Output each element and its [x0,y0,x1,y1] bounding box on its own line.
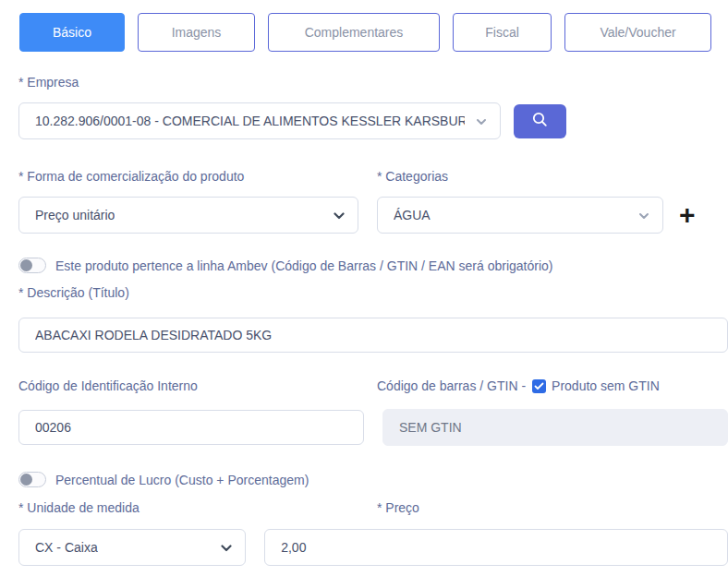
tab-basico[interactable]: Básico [19,13,125,52]
categorias-select[interactable]: ÁGUA [377,197,663,234]
checkmark-icon [534,378,544,394]
unidade-medida-select[interactable]: CX - Caixa [18,529,246,566]
ambev-toggle-row: Este produto pertence a linha Ambev (Cód… [18,258,728,273]
codigo-interno-input[interactable] [18,410,364,445]
form-tabs: Básico Imagens Complementares Fiscal Val… [19,0,728,52]
codigo-gtin-labels: Código de Identificação Interno Código d… [18,378,728,393]
forma-categorias-fields: Preço unitário ÁGUA + [18,197,728,234]
codigo-interno-label: Código de Identificação Interno [18,378,377,393]
search-icon [531,111,549,131]
lucro-toggle[interactable] [18,472,46,487]
unidade-medida-label: * Unidade de medida [18,500,377,515]
gtin-label-wrap: Código de barras / GTIN - Produto sem GT… [377,378,660,393]
chevron-down-icon [221,540,232,555]
unidade-preco-labels: * Unidade de medida * Preço [18,500,728,515]
ambev-toggle-label: Este produto pertence a linha Ambev (Cód… [55,258,553,273]
empresa-select[interactable]: 10.282.906/0001-08 - COMERCIAL DE ALIMEN… [18,102,501,139]
tab-complementares[interactable]: Complementares [268,13,440,52]
ambev-toggle[interactable] [18,258,46,273]
unidade-preco-fields: CX - Caixa [18,529,728,566]
toggle-knob-icon [20,259,32,271]
preco-label: * Preço [377,500,419,515]
chevron-down-icon [476,114,487,128]
categorias-label: * Categorias [377,169,448,184]
unidade-medida-value: CX - Caixa [35,540,98,555]
forma-comercializacao-select[interactable]: Preço unitário [18,197,358,234]
forma-comercializacao-value: Preço unitário [35,208,115,222]
descricao-label: * Descrição (Título) [18,285,728,300]
add-categoria-button[interactable]: + [679,201,696,229]
codigo-gtin-fields [18,409,728,446]
forma-comercializacao-label: * Forma de comercialização do produto [18,169,377,184]
tab-fiscal[interactable]: Fiscal [453,13,552,52]
produto-sem-gtin-checkbox[interactable] [532,379,546,393]
empresa-row: 10.282.906/0001-08 - COMERCIAL DE ALIMEN… [18,102,728,139]
chevron-down-icon [334,208,345,222]
descricao-input[interactable] [18,318,728,353]
gtin-input [382,409,728,446]
lucro-toggle-label: Percentual de Lucro (Custo + Porcentagem… [55,473,309,487]
product-form-basico: Básico Imagens Complementares Fiscal Val… [0,0,728,576]
produto-sem-gtin-label: Produto sem GTIN [552,378,660,393]
empresa-label: * Empresa [18,75,728,90]
empresa-search-button[interactable] [514,104,566,138]
lucro-toggle-row: Percentual de Lucro (Custo + Porcentagem… [18,472,728,487]
descricao-row [18,318,728,353]
tab-vale-voucher[interactable]: Vale/Voucher [564,13,711,52]
chevron-down-icon [638,208,649,222]
tab-imagens[interactable]: Imagens [138,13,255,52]
empresa-select-value: 10.282.906/0001-08 - COMERCIAL DE ALIMEN… [35,114,465,128]
forma-categorias-labels: * Forma de comercialização do produto * … [18,169,728,184]
gtin-label: Código de barras / GTIN - [377,378,526,393]
categorias-value: ÁGUA [394,208,431,222]
toggle-knob-icon [20,474,32,486]
preco-input[interactable] [264,529,728,566]
